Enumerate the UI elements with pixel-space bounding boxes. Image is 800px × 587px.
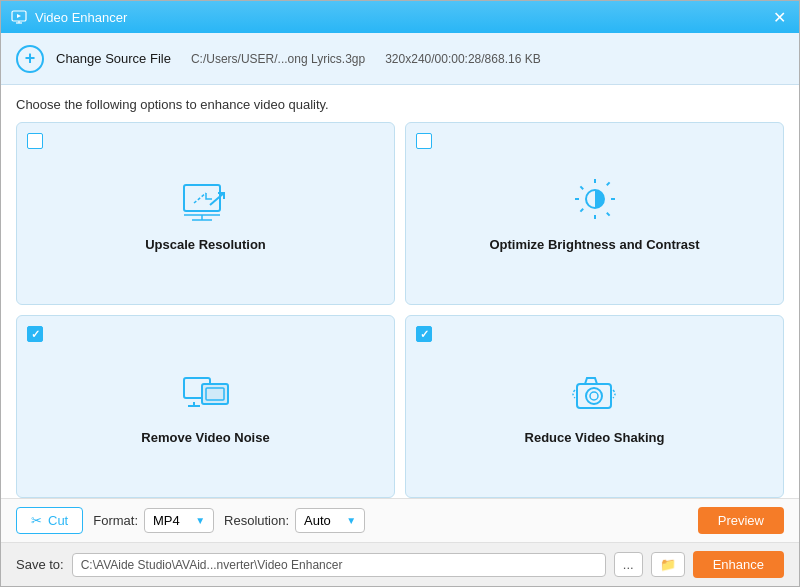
- upscale-card[interactable]: Upscale Resolution: [16, 122, 395, 305]
- format-dropdown[interactable]: MP4 ▼: [144, 508, 214, 533]
- upscale-icon: [180, 175, 232, 227]
- shaking-checkbox[interactable]: [416, 326, 432, 342]
- save-bar: Save to: C:\AVAide Studio\AVAid...nverte…: [1, 542, 799, 586]
- save-label: Save to:: [16, 557, 64, 572]
- bottom-toolbar: ✂ Cut Format: MP4 ▼ Resolution: Auto ▼ P…: [1, 498, 799, 542]
- title-bar-left: Video Enhancer: [11, 9, 127, 25]
- cut-button[interactable]: ✂ Cut: [16, 507, 83, 534]
- folder-button[interactable]: 📁: [651, 552, 685, 577]
- upscale-checkbox[interactable]: [27, 133, 43, 149]
- noise-card[interactable]: Remove Video Noise: [16, 315, 395, 498]
- svg-rect-4: [184, 185, 220, 211]
- svg-line-17: [606, 213, 609, 216]
- instruction-text: Choose the following options to enhance …: [1, 85, 799, 122]
- window-title: Video Enhancer: [35, 10, 127, 25]
- enhance-button[interactable]: Enhance: [693, 551, 784, 578]
- app-icon: [11, 9, 27, 25]
- preview-button[interactable]: Preview: [698, 507, 784, 534]
- folder-icon: 📁: [660, 557, 676, 572]
- svg-line-8: [194, 193, 206, 203]
- title-bar: Video Enhancer ✕: [1, 1, 799, 33]
- svg-point-25: [586, 388, 602, 404]
- brightness-checkbox[interactable]: [416, 133, 432, 149]
- add-source-button[interactable]: +: [16, 45, 44, 73]
- shaking-card[interactable]: Reduce Video Shaking: [405, 315, 784, 498]
- svg-point-26: [590, 392, 598, 400]
- brightness-icon: [569, 175, 621, 227]
- brightness-label: Optimize Brightness and Contrast: [489, 237, 699, 252]
- noise-icon: [180, 368, 232, 420]
- resolution-group: Resolution: Auto ▼: [224, 508, 365, 533]
- resolution-dropdown-arrow: ▼: [346, 515, 356, 526]
- format-group: Format: MP4 ▼: [93, 508, 214, 533]
- svg-line-9: [210, 193, 224, 205]
- shaking-label: Reduce Video Shaking: [525, 430, 665, 445]
- shaking-icon: [569, 368, 621, 420]
- svg-line-15: [606, 182, 609, 185]
- change-source-label[interactable]: Change Source File: [56, 51, 171, 66]
- svg-line-18: [580, 186, 583, 189]
- file-path: C:/Users/USER/...ong Lyrics.3gp: [191, 52, 365, 66]
- resolution-dropdown[interactable]: Auto ▼: [295, 508, 365, 533]
- dots-button[interactable]: ...: [614, 552, 643, 577]
- source-bar: + Change Source File C:/Users/USER/...on…: [1, 33, 799, 85]
- svg-marker-3: [17, 14, 21, 18]
- file-meta: 320x240/00:00:28/868.16 KB: [385, 52, 540, 66]
- noise-checkbox[interactable]: [27, 326, 43, 342]
- save-path: C:\AVAide Studio\AVAid...nverter\Video E…: [72, 553, 606, 577]
- format-dropdown-arrow: ▼: [195, 515, 205, 526]
- scissors-icon: ✂: [31, 513, 42, 528]
- close-button[interactable]: ✕: [769, 7, 789, 27]
- main-window: Video Enhancer ✕ + Change Source File C:…: [0, 0, 800, 587]
- brightness-card[interactable]: Optimize Brightness and Contrast: [405, 122, 784, 305]
- options-grid: Upscale Resolution Optimize Brightness a…: [1, 122, 799, 498]
- upscale-label: Upscale Resolution: [145, 237, 266, 252]
- noise-label: Remove Video Noise: [141, 430, 269, 445]
- resolution-label: Resolution:: [224, 513, 289, 528]
- format-label: Format:: [93, 513, 138, 528]
- svg-line-16: [580, 209, 583, 212]
